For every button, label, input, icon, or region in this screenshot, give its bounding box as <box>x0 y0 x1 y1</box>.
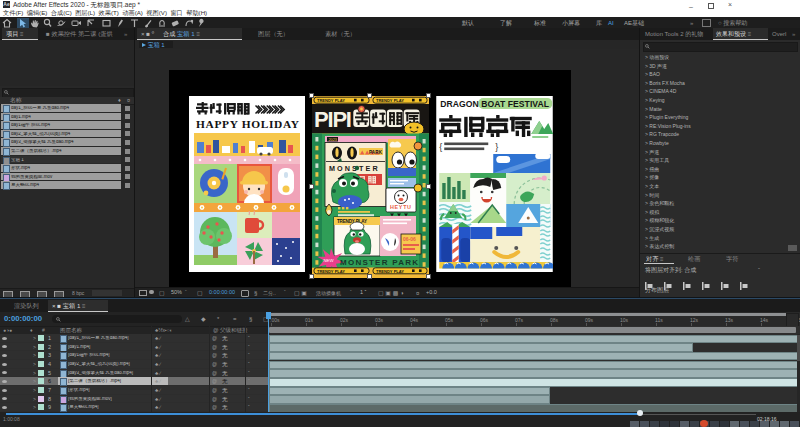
svg-text:{: { <box>439 142 442 152</box>
svg-text:MONSTER: MONSTER <box>329 164 379 173</box>
svg-text:HEYTU: HEYTU <box>390 204 412 210</box>
svg-text:}: } <box>495 142 498 152</box>
svg-text:2023: 2023 <box>328 138 336 142</box>
svg-text:MONSTER PARK: MONSTER PARK <box>340 258 420 267</box>
svg-text:TRENDY PLAY: TRENDY PLAY <box>376 268 404 273</box>
svg-text:DRAGON BOAT FESTIVAL: DRAGON BOAT FESTIVAL <box>440 99 549 109</box>
svg-text:NEW: NEW <box>323 258 333 263</box>
svg-text:PARK: PARK <box>369 150 383 155</box>
svg-text:TRENDY PLAY: TRENDY PLAY <box>317 98 345 103</box>
svg-text:TRENDY PLAY: TRENDY PLAY <box>376 98 404 103</box>
svg-text:PIPI: PIPI <box>314 107 351 132</box>
svg-text:06-06: 06-06 <box>403 236 416 242</box>
svg-text:TRENDY PLAY: TRENDY PLAY <box>317 268 345 273</box>
svg-text:HAPPY HOLIDAY: HAPPY HOLIDAY <box>196 118 300 130</box>
